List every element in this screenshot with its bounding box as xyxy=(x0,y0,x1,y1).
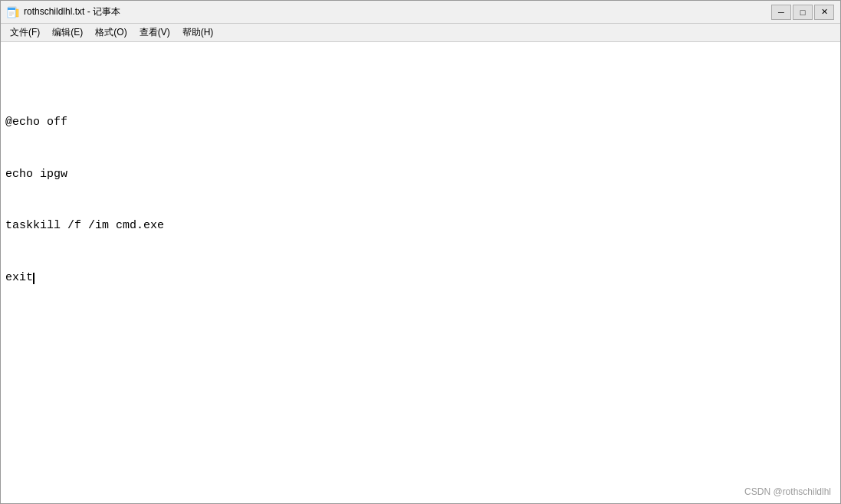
editor-line-4: exit xyxy=(5,270,836,287)
menu-bar: 文件(F) 编辑(E) 格式(O) 查看(V) 帮助(H) xyxy=(1,24,840,42)
notepad-window: rothschildlhl.txt - 记事本 ─ □ ✕ 文件(F) 编辑(E… xyxy=(0,0,841,504)
menu-help[interactable]: 帮助(H) xyxy=(176,25,220,41)
editor-content: @echo off echo ipgw taskkill /f /im cmd.… xyxy=(5,80,836,321)
svg-rect-2 xyxy=(8,8,15,10)
editor-wrapper: @echo off echo ipgw taskkill /f /im cmd.… xyxy=(1,42,840,503)
editor-line-2: echo ipgw xyxy=(5,166,836,184)
menu-edit[interactable]: 编辑(E) xyxy=(46,25,89,41)
menu-format[interactable]: 格式(O) xyxy=(89,25,133,41)
minimize-button[interactable]: ─ xyxy=(771,5,791,20)
title-bar: rothschildlhl.txt - 记事本 ─ □ ✕ xyxy=(1,1,840,24)
watermark: CSDN @rothschildlhl xyxy=(744,486,831,497)
editor-area[interactable]: @echo off echo ipgw taskkill /f /im cmd.… xyxy=(1,42,840,358)
editor-line-3: taskkill /f /im cmd.exe xyxy=(5,218,836,235)
title-bar-controls: ─ □ ✕ xyxy=(771,5,834,20)
title-bar-text: rothschildlhl.txt - 记事本 xyxy=(24,5,120,18)
menu-view[interactable]: 查看(V) xyxy=(133,25,176,41)
notepad-icon xyxy=(7,6,19,18)
close-button[interactable]: ✕ xyxy=(814,5,834,20)
maximize-button[interactable]: □ xyxy=(793,5,813,20)
menu-file[interactable]: 文件(F) xyxy=(4,25,46,41)
text-cursor xyxy=(33,273,34,284)
editor-line-1: @echo off xyxy=(5,114,836,132)
svg-rect-6 xyxy=(16,9,18,17)
